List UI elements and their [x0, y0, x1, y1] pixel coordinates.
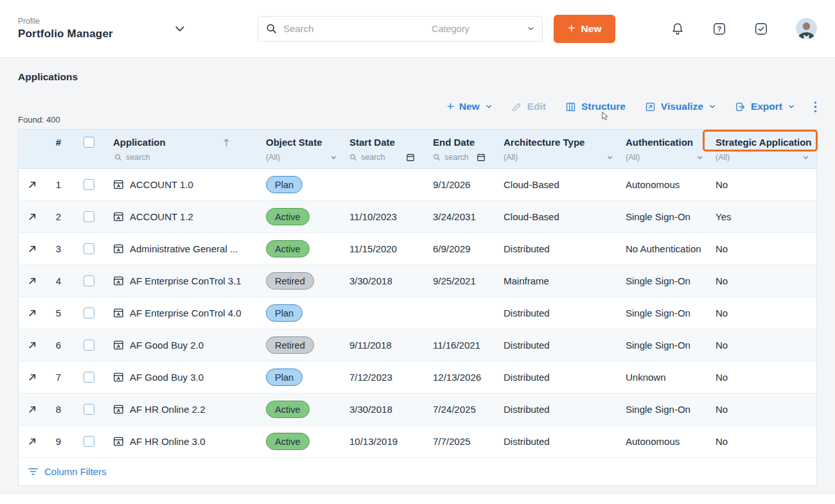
row-checkbox[interactable] — [84, 308, 94, 318]
object-state-cell: Plan — [261, 176, 344, 193]
table-row: 8 AF HR Online 2.2 Active 3/30/2018 7/24… — [19, 394, 816, 426]
chevron-down-icon — [486, 103, 492, 110]
user-avatar[interactable] — [796, 18, 817, 39]
application-name-cell[interactable]: AF Enterprise ConTrol 4.0 — [107, 308, 261, 318]
open-in-new-icon[interactable] — [28, 372, 37, 382]
toolbar-visualize-button[interactable]: Visualize — [645, 101, 716, 112]
check-square-icon[interactable] — [754, 22, 768, 36]
status-badge: Active — [266, 240, 310, 257]
strategic-application-filter-dropdown[interactable]: (All) — [710, 150, 816, 168]
calendar-icon[interactable] — [406, 153, 415, 162]
profile-label: Profile — [18, 17, 113, 26]
open-in-new-icon[interactable] — [28, 276, 37, 286]
application-name-cell[interactable]: ACCOUNT 1.0 — [107, 179, 261, 190]
row-checkbox-cell — [71, 308, 107, 318]
row-checkbox[interactable] — [84, 404, 94, 415]
column-header-start-date[interactable]: Start Date — [344, 130, 428, 150]
open-in-new-icon[interactable] — [28, 180, 37, 189]
application-name-cell[interactable]: AF Good Buy 3.0 — [107, 372, 261, 383]
application-name: AF Good Buy 2.0 — [130, 340, 204, 351]
application-icon — [113, 436, 124, 447]
result-count: Found: 400 — [18, 115, 817, 125]
new-button-label: New — [581, 23, 602, 35]
table-row: 7 AF Good Buy 3.0 Plan 7/12/2023 12/13/2… — [19, 361, 816, 394]
row-checkbox[interactable] — [84, 211, 94, 222]
table-row: 3 Administrative General ... Active 11/1… — [19, 233, 816, 265]
start-date-cell: 11/10/2023 — [344, 211, 428, 222]
applications-table: # Application Object State Start Date En… — [18, 129, 817, 486]
open-in-new-icon[interactable] — [28, 244, 37, 254]
application-name-cell[interactable]: AF Enterprise ConTrol 3.1 — [107, 275, 261, 286]
calendar-icon[interactable] — [477, 153, 486, 162]
object-state-filter-dropdown[interactable]: (All) — [261, 150, 344, 168]
application-filter-input[interactable]: search — [107, 150, 261, 168]
row-checkbox[interactable] — [84, 340, 94, 351]
global-search: Category — [258, 16, 543, 42]
open-row-cell — [19, 340, 46, 350]
chevron-down-icon — [709, 103, 716, 110]
column-header-number[interactable]: # — [46, 130, 71, 150]
open-in-new-icon[interactable] — [28, 212, 37, 222]
row-checkbox-cell — [71, 179, 107, 190]
plus-icon: + — [568, 22, 576, 35]
authentication-filter-dropdown[interactable]: (All) — [620, 150, 710, 168]
table-row: 6 AF Good Buy 2.0 Retired 9/11/2018 11/1… — [19, 329, 816, 361]
start-date-cell: 10/13/2019 — [344, 436, 428, 447]
table-row: 2 ACCOUNT 1.2 Active 11/10/2023 3/24/203… — [19, 201, 816, 233]
column-header-end-date[interactable]: End Date — [428, 130, 498, 150]
category-value: Category — [432, 24, 470, 34]
category-dropdown[interactable]: Category — [432, 24, 534, 34]
table-toolbar: + New Edit Structure Visualize Export — [18, 100, 817, 114]
application-name: ACCOUNT 1.2 — [130, 211, 193, 222]
application-name-cell[interactable]: AF Good Buy 2.0 — [107, 340, 261, 351]
application-name-cell[interactable]: AF HR Online 3.0 — [107, 436, 261, 447]
help-icon[interactable]: ? — [712, 22, 726, 36]
application-name: AF Enterprise ConTrol 3.1 — [130, 275, 242, 286]
table-row: 4 AF Enterprise ConTrol 3.1 Retired 3/30… — [19, 265, 816, 297]
new-button[interactable]: + New — [554, 15, 616, 43]
row-checkbox[interactable] — [84, 179, 94, 190]
row-checkbox[interactable] — [84, 275, 94, 286]
toolbar-structure-button[interactable]: Structure — [565, 101, 626, 112]
profile-selector[interactable]: Profile Portfolio Manager — [18, 17, 186, 40]
toolbar-new-button[interactable]: + New — [447, 100, 492, 114]
open-in-new-icon[interactable] — [28, 340, 37, 350]
pencil-icon — [511, 101, 522, 112]
start-date-filter-input[interactable]: search — [344, 150, 428, 168]
row-number: 4 — [46, 275, 71, 286]
row-checkbox[interactable] — [84, 436, 94, 447]
column-header-expand — [19, 130, 46, 150]
row-number: 3 — [46, 243, 71, 254]
start-date-cell: 7/12/2023 — [344, 372, 428, 383]
end-date-cell: 12/13/2026 — [428, 372, 498, 383]
open-in-new-icon[interactable] — [28, 437, 37, 446]
open-in-new-icon[interactable] — [28, 308, 37, 318]
end-date-filter-input[interactable]: search — [428, 150, 498, 168]
column-header-architecture-type[interactable]: Architecture Type — [498, 130, 620, 150]
application-name-cell[interactable]: Administrative General ... — [107, 243, 261, 254]
authentication-cell: Single Sign-On — [620, 211, 710, 222]
select-all-checkbox[interactable] — [84, 137, 94, 148]
open-in-new-icon[interactable] — [28, 404, 37, 414]
application-name-cell[interactable]: ACCOUNT 1.2 — [107, 211, 261, 222]
toolbar-edit-button[interactable]: Edit — [511, 101, 546, 112]
column-filters-toggle[interactable]: Column Filters — [19, 458, 816, 485]
row-checkbox-cell — [71, 404, 107, 415]
architecture-type-cell: Cloud-Based — [498, 211, 620, 222]
column-header-authentication[interactable]: Authentication — [620, 130, 710, 150]
row-checkbox[interactable] — [84, 372, 94, 383]
architecture-type-filter-dropdown[interactable]: (All) — [498, 150, 620, 168]
column-header-object-state[interactable]: Object State — [261, 130, 344, 150]
application-icon — [113, 243, 124, 254]
column-header-application[interactable]: Application — [107, 130, 261, 150]
column-header-strategic-application[interactable]: Strategic Application — [710, 130, 816, 150]
toolbar-export-button[interactable]: Export — [735, 101, 795, 112]
more-options-icon[interactable] — [814, 101, 817, 113]
notifications-bell-icon[interactable] — [671, 22, 685, 36]
application-name-cell[interactable]: AF HR Online 2.2 — [107, 404, 261, 415]
row-number: 7 — [46, 372, 71, 383]
sort-ascending-icon[interactable] — [223, 138, 230, 146]
row-checkbox[interactable] — [84, 243, 94, 254]
search-input[interactable] — [283, 23, 425, 34]
row-checkbox-cell — [71, 436, 107, 447]
